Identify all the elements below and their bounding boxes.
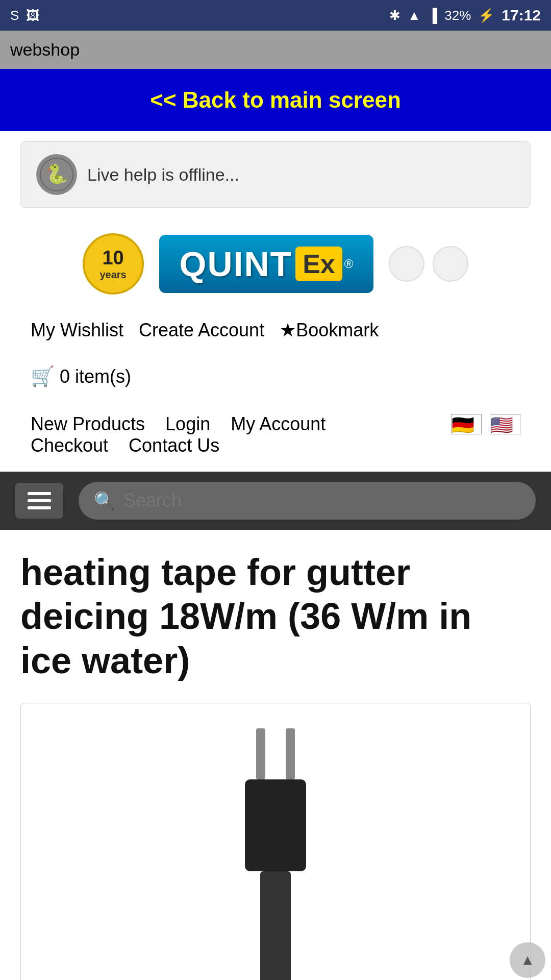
signal-icon: ▐ [428, 8, 437, 23]
product-title: heating tape for gutter deicing 18W/m (3… [0, 530, 551, 693]
search-icon: 🔍 [94, 491, 115, 511]
badge-years-label: years [99, 269, 126, 281]
logo-circle-1 [389, 246, 424, 282]
nav-create-account-link[interactable]: Create Account [139, 310, 264, 350]
nav-row2-links: New Products Login My Account [31, 413, 325, 435]
nav-checkout-link[interactable]: Checkout [31, 435, 108, 456]
live-help-icon-svg: 🐍 [39, 157, 74, 192]
live-help-bar: 🐍 Live help is offline... [20, 141, 531, 208]
live-help-avatar: 🐍 [36, 154, 77, 195]
svg-rect-4 [245, 779, 306, 871]
cart-label: 0 item(s) [60, 356, 131, 397]
back-button-label: << Back to main screen [150, 87, 401, 112]
product-image [209, 708, 342, 980]
product-cable-svg [224, 723, 327, 980]
nav-new-products-link[interactable]: New Products [31, 413, 145, 435]
logo-quint-text: QUINT [180, 244, 293, 284]
status-bar-left: S 🖼 [10, 8, 39, 23]
bluetooth-icon: ✱ [389, 8, 400, 23]
app-s-icon: S [10, 8, 19, 23]
logo-registered-symbol: ® [344, 257, 354, 271]
status-bar-right: ✱ ▲ ▐ 32% ⚡ 17:12 [389, 7, 541, 24]
svg-rect-5 [260, 871, 291, 980]
scroll-to-top-button[interactable]: ▲ [510, 942, 545, 978]
search-input[interactable] [123, 490, 520, 511]
cart-info[interactable]: 🛒 0 item(s) [31, 355, 520, 398]
logo-main[interactable]: QUINT Ex ® [159, 235, 374, 293]
ham-line-1 [28, 492, 51, 495]
svg-rect-3 [286, 728, 295, 779]
us-flag[interactable]: 🇺🇸 [490, 414, 520, 434]
nav-row2: New Products Login My Account 🇩🇪 🇺🇸 [0, 413, 551, 435]
status-bar: S 🖼 ✱ ▲ ▐ 32% ⚡ 17:12 [0, 0, 551, 31]
app-title: webshop [10, 40, 80, 59]
product-image-area: ▲ [20, 703, 531, 980]
nav-top-row: My Wishlist Create Account ★Bookmark [31, 310, 520, 350]
product-title-text: heating tape for gutter deicing 18W/m (3… [20, 552, 471, 681]
live-help-status-text: Live help is offline... [87, 165, 239, 185]
language-flags: 🇩🇪 🇺🇸 [451, 414, 520, 434]
ham-line-2 [28, 499, 51, 502]
hamburger-menu-button[interactable] [15, 483, 63, 519]
nav-login-link[interactable]: Login [165, 413, 210, 435]
wifi-icon: ▲ [408, 8, 421, 23]
logo-area: 10 years QUINT Ex ® [0, 218, 551, 300]
ham-line-3 [28, 506, 51, 509]
nav-contact-us-link[interactable]: Contact Us [129, 435, 219, 456]
app-gallery-icon: 🖼 [26, 8, 39, 23]
title-bar: webshop [0, 31, 551, 69]
logo-circle-2 [433, 246, 468, 282]
svg-rect-2 [256, 728, 265, 779]
cart-icon: 🛒 [31, 355, 55, 398]
nav-bookmark-link[interactable]: ★Bookmark [280, 310, 379, 350]
badge-years-num: 10 [102, 247, 123, 269]
nav-wishlist-link[interactable]: My Wishlist [31, 310, 123, 350]
battery-text: 32% [444, 8, 471, 23]
logo-circles [389, 246, 468, 282]
search-input-wrap[interactable]: 🔍 [79, 482, 536, 520]
nav-links: My Wishlist Create Account ★Bookmark 🛒 0… [0, 300, 551, 408]
nav-my-account-link[interactable]: My Account [231, 413, 325, 435]
charging-icon: ⚡ [478, 8, 494, 23]
logo-ex-text: Ex [295, 247, 342, 281]
search-bar: 🔍 [0, 472, 551, 530]
nav-row3: Checkout Contact Us [0, 435, 551, 467]
back-to-main-button[interactable]: << Back to main screen [0, 69, 551, 131]
logo-anniversary-badge: 10 years [83, 233, 144, 295]
svg-text:🐍: 🐍 [45, 163, 68, 185]
clock: 17:12 [502, 7, 541, 24]
german-flag[interactable]: 🇩🇪 [451, 414, 482, 434]
